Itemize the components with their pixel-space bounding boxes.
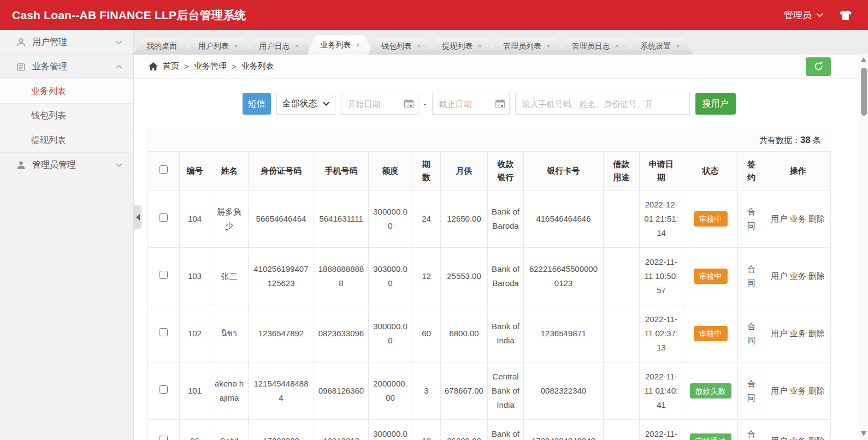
action-business-link[interactable]: 业务 [790,436,806,440]
contract-link[interactable]: 合同 [747,377,756,405]
tab-提现列表[interactable]: 提现列表× [429,38,495,55]
sidebar-item-wallet-list[interactable]: 钱包列表 [0,104,133,128]
admin-menu[interactable]: 管理员 [784,9,823,21]
action-user-link[interactable]: 用户 [771,329,787,338]
tab-业务列表[interactable]: 业务列表× [307,35,373,55]
tab-管理员列表[interactable]: 管理员列表× [490,38,564,55]
contract-link[interactable]: 合同 [747,319,756,348]
action-delete-link[interactable]: 删除 [808,386,825,395]
action-user-link[interactable]: 用户 [771,386,787,395]
action-business-link[interactable]: 业务 [790,271,806,281]
column-header: 身份证号码 [249,152,314,191]
status-select[interactable]: 全部状态 [276,93,335,115]
calendar-icon[interactable] [404,99,414,108]
sidebar-item-business-list[interactable]: 业务列表 [0,79,133,104]
column-header: 额度 [369,152,412,191]
action-delete-link[interactable]: 删除 [808,436,825,440]
sidebar-item-label: 提现列表 [31,135,66,146]
cell-id-card: 1236547892 [249,305,314,362]
tab-用户列表[interactable]: 用户列表× [185,38,251,55]
row-checkbox[interactable] [160,213,168,222]
contract-link[interactable]: 合同 [747,262,756,290]
action-user-link[interactable]: 用户 [771,436,787,440]
cell-actions: 用户 业务 删除 [765,191,831,248]
tab-close-icon[interactable]: × [676,43,680,50]
cell-phone: 0823633096 [314,305,369,362]
action-delete-link[interactable]: 删除 [808,271,825,281]
tab-管理员日志[interactable]: 管理员日志× [559,38,633,55]
status-badge: 审核中 [694,269,728,284]
tab-钱包列表[interactable]: 钱包列表× [368,38,434,55]
tab-label: 钱包列表 [381,41,412,51]
action-business-link[interactable]: 业务 [790,214,806,223]
cell-id: 103 [180,248,210,305]
app-header: Cash Loan--AB FINANCE LLP后台管理系统 管理员 [0,0,868,30]
action-user-link[interactable]: 用户 [771,271,787,281]
tab-close-icon[interactable]: × [295,43,299,50]
tab-label: 管理员日志 [572,41,610,51]
refresh-button[interactable] [806,57,831,76]
row-checkbox[interactable] [160,385,168,394]
tab-close-icon[interactable]: × [417,43,421,50]
scrollbar-thumb[interactable] [861,68,867,116]
user-icon [16,38,26,47]
table-header-row: 编号姓名身份证号码手机号码额度期数月供收款银行银行卡号借款用途申请日期状态签约操… [148,152,831,191]
breadcrumb-business-management[interactable]: 业务管理 [194,61,227,72]
cell-amount: 303000.00 [369,248,412,305]
cell-amount: 2000000.00 [369,362,412,420]
sidebar-item-business-management[interactable]: 业务管理 [0,55,133,79]
column-header: 收款银行 [488,152,524,191]
theme-tshirt-icon[interactable] [840,10,852,20]
cell-status: 审核通过 [683,420,738,440]
cell-phone: 18888888888 [314,248,369,305]
row-checkbox[interactable] [160,271,168,279]
calendar-icon[interactable] [495,99,505,108]
keyword-search-input[interactable] [515,93,690,115]
scroll-up-arrow-icon[interactable] [861,57,866,62]
column-header: 操作 [765,152,831,191]
action-delete-link[interactable]: 删除 [808,214,825,223]
cell-id-card: 56654646464 [249,191,314,248]
sidebar-item-user-management[interactable]: 用户管理 [0,30,133,55]
contract-link[interactable]: 合同 [747,205,756,233]
sidebar-collapse-handle[interactable] [134,205,141,229]
tab-close-icon[interactable]: × [615,43,619,50]
summary-unit: 条 [813,135,821,145]
contract-link[interactable]: 合同 [747,427,756,440]
row-checkbox[interactable] [160,436,168,440]
tab-label: 用户列表 [198,41,229,51]
action-delete-link[interactable]: 删除 [808,329,825,338]
cell-apply-date: 2022-11-11 10:50:57 [640,248,683,305]
select-all-checkbox[interactable] [160,165,168,174]
cell-actions: 用户 业务 删除 [765,248,831,305]
cell-monthly: 6800.00 [441,305,488,362]
tab-close-icon[interactable]: × [477,43,482,50]
search-user-button[interactable]: 搜用户 [695,93,736,115]
cell-status: 放款失败 [683,362,738,420]
row-checkbox[interactable] [160,328,168,336]
breadcrumb-home[interactable]: 首页 [163,61,179,72]
cell-card-no: 17384884848848 [524,420,604,440]
cell-phone: 12312312 [314,420,369,440]
data-count-summary: 共有数据：38 条 [147,129,830,151]
sidebar-item-admin-management[interactable]: 管理员管理 [0,153,133,177]
cell-contract: 合同 [738,420,765,440]
sidebar-item-withdraw-list[interactable]: 提现列表 [0,128,133,153]
tab-我的桌面[interactable]: 我的桌面 [133,38,190,55]
sms-button[interactable]: 短信 [243,93,271,115]
tab-close-icon[interactable]: × [546,43,551,50]
cell-phone: 0968126360 [314,362,369,420]
tab-用户日志[interactable]: 用户日志× [246,38,312,55]
action-business-link[interactable]: 业务 [790,386,806,395]
tab-close-icon[interactable]: × [356,41,360,49]
action-business-link[interactable]: 业务 [790,329,806,338]
scroll-down-arrow-icon[interactable] [861,431,866,436]
tab-系统设置[interactable]: 系统设置× [627,38,693,55]
action-user-link[interactable]: 用户 [771,214,787,223]
breadcrumb-business-list[interactable]: 业务列表 [241,61,274,72]
vertical-scrollbar[interactable] [859,53,868,440]
tab-label: 管理员列表 [503,41,541,51]
tab-close-icon[interactable]: × [234,43,238,50]
cell-purpose [604,362,640,420]
cell-periods: 24 [412,191,441,248]
